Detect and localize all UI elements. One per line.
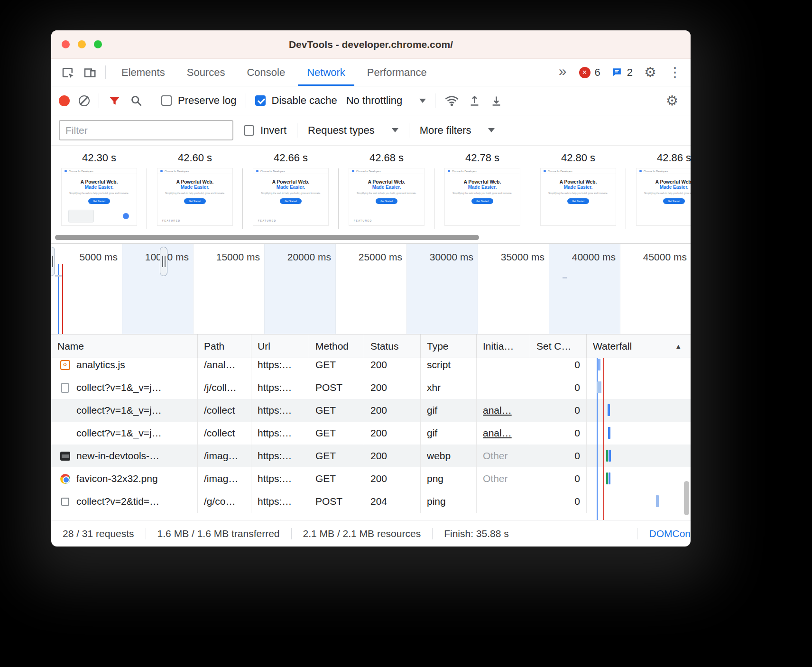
cell-waterfall xyxy=(587,445,691,467)
tab-network[interactable]: Network xyxy=(296,59,356,86)
table-row[interactable]: new-in-devtools-…/imag…https:…GET200webp… xyxy=(51,445,691,467)
timeline-overview[interactable]: 45000 ms40000 ms35000 ms30000 ms25000 ms… xyxy=(51,243,691,334)
horizontal-scrollbar-thumb[interactable] xyxy=(55,235,479,240)
tab-performance[interactable]: Performance xyxy=(356,59,438,86)
throttling-dropdown[interactable]: No throttling xyxy=(346,94,426,107)
filmstrip-frame[interactable]: 42.60 sChrome for DevelopersA Powerful W… xyxy=(147,146,243,231)
cell-method-value: POST xyxy=(315,496,342,507)
filmstrip-frame[interactable]: 42.86 sChrome for DevelopersA Powerful W… xyxy=(626,146,691,231)
cell-status-value: 200 xyxy=(370,382,387,393)
overview-column: 25000 ms xyxy=(336,244,407,334)
request-types-dropdown[interactable]: Request types xyxy=(308,124,398,137)
table-row[interactable]: collect?v=1&_v=j…/collecthttps:…GET200gi… xyxy=(51,422,691,445)
column-header-status[interactable]: Status xyxy=(364,334,421,358)
table-row[interactable]: analytics.js/anal…https:…GET200script0 xyxy=(51,358,691,376)
filmstrip-scrollbar xyxy=(51,231,691,243)
column-header-path[interactable]: Path xyxy=(198,334,251,358)
invert-checkbox[interactable] xyxy=(244,125,254,136)
disable-cache-checkbox[interactable] xyxy=(255,95,266,106)
cell-url: https:… xyxy=(251,467,309,490)
close-window-button[interactable] xyxy=(62,40,70,48)
filmstrip-frame[interactable]: 42.78 sChrome for DevelopersA Powerful W… xyxy=(434,146,530,231)
more-filters-dropdown[interactable]: More filters xyxy=(420,124,495,137)
cell-type-value: xhr xyxy=(427,382,441,393)
overview-left-handle[interactable] xyxy=(51,247,55,276)
toolbar-divider xyxy=(105,65,106,79)
cell-initiator[interactable]: anal… xyxy=(477,422,530,445)
filmstrip-frame[interactable]: 42.66 sChrome for DevelopersA Powerful W… xyxy=(243,146,339,231)
device-toolbar-button[interactable] xyxy=(79,59,101,86)
cell-type: gif xyxy=(421,422,477,445)
search-icon[interactable] xyxy=(130,94,143,107)
cell-waterfall xyxy=(587,490,691,513)
filmstrip-timestamp: 42.68 s xyxy=(339,152,434,164)
table-row[interactable]: collect?v=1&_v=j…/collecthttps:…GET200gi… xyxy=(51,399,691,422)
console-errors-badge[interactable]: ✕ 6 xyxy=(575,66,604,79)
set-cookies-value: 0 xyxy=(574,473,580,484)
overview-column: 30000 ms xyxy=(407,244,478,334)
site-name-label: Chrome for Developers xyxy=(356,170,381,173)
column-header-initia[interactable]: Initia… xyxy=(477,334,530,358)
column-header-url[interactable]: Url xyxy=(251,334,309,358)
settings-gear-icon[interactable]: ⚙ xyxy=(639,65,661,79)
filmstrip-frame[interactable]: 42.30 sChrome for DevelopersA Powerful W… xyxy=(51,146,147,231)
table-row[interactable]: collect?v=1&_v=j…/j/coll…https:…POST200x… xyxy=(51,376,691,399)
record-network-log-button[interactable] xyxy=(59,95,70,106)
tab-elements[interactable]: Elements xyxy=(111,59,176,86)
filmstrip-frame[interactable]: 42.80 sChrome for DevelopersA Powerful W… xyxy=(530,146,626,231)
cell-method: GET xyxy=(309,467,364,490)
overview-right-handle[interactable] xyxy=(160,247,167,276)
minimize-window-button[interactable] xyxy=(78,40,86,48)
filter-input[interactable] xyxy=(59,120,233,140)
request-name: collect?v=1&_v=j… xyxy=(76,382,162,393)
thumbnail-featured-label: FEATURED xyxy=(258,219,277,222)
cell-type-value: script xyxy=(427,359,451,371)
more-tabs-button[interactable]: » xyxy=(553,63,572,82)
preserve-log-toggle[interactable]: Preserve log xyxy=(161,94,237,107)
site-name-label: Chrome for Developers xyxy=(165,170,189,173)
column-header-setc[interactable]: Set C… xyxy=(530,334,587,358)
cell-path: /g/co… xyxy=(198,490,251,513)
table-row[interactable]: collect?v=2&tid=…/g/co…https:…POST204pin… xyxy=(51,490,691,513)
customize-menu-icon[interactable]: ⋮ xyxy=(664,65,686,79)
thumbnail-cta-button: Get Started xyxy=(663,198,685,204)
toolbar-divider xyxy=(297,123,297,138)
export-har-icon[interactable] xyxy=(490,94,503,107)
cell-name: analytics.js xyxy=(51,358,198,376)
cell-initiator[interactable]: anal… xyxy=(477,399,530,422)
thumbnail-headline-accent: Made Easier. xyxy=(62,185,137,190)
column-header-method[interactable]: Method xyxy=(309,334,364,358)
site-logo-dot xyxy=(256,170,258,172)
zoom-window-button[interactable] xyxy=(94,40,102,48)
initiator-value[interactable]: anal… xyxy=(483,405,512,416)
column-header-type[interactable]: Type xyxy=(421,334,477,358)
table-scrollbar[interactable] xyxy=(684,481,689,515)
column-header-name[interactable]: Name xyxy=(51,334,198,358)
filmstrip-timestamp: 42.86 s xyxy=(626,152,691,164)
inspect-element-button[interactable] xyxy=(57,59,79,86)
table-row[interactable]: favicon-32x32.png/imag…https:…GET200pngO… xyxy=(51,467,691,490)
filter-icon[interactable] xyxy=(108,94,121,107)
tab-console[interactable]: Console xyxy=(236,59,296,86)
filmstrip-timestamp: 42.80 s xyxy=(530,152,626,164)
tab-sources[interactable]: Sources xyxy=(176,59,236,86)
thumbnail-headline: A Powerful Web. xyxy=(637,179,691,185)
column-header-waterfall[interactable]: Waterfall▲ xyxy=(587,334,691,358)
thumbnail-site-bar: Chrome for Developers xyxy=(445,168,520,174)
clear-network-log-button[interactable] xyxy=(79,95,90,106)
invert-toggle[interactable]: Invert xyxy=(244,124,286,137)
issues-badge[interactable]: 2 xyxy=(607,66,637,79)
import-har-icon[interactable] xyxy=(468,94,481,107)
thumbnail-headline-accent: Made Easier. xyxy=(253,185,328,190)
cell-url: https:… xyxy=(251,490,309,513)
initiator-value[interactable]: anal… xyxy=(483,427,512,439)
network-settings-gear-icon[interactable]: ⚙ xyxy=(661,94,683,108)
cell-set-cookies: 0 xyxy=(530,358,587,376)
network-conditions-icon[interactable] xyxy=(444,94,459,107)
overview-tick-label: 30000 ms xyxy=(430,251,473,263)
disable-cache-toggle[interactable]: Disable cache xyxy=(255,94,337,107)
set-cookies-value: 0 xyxy=(574,427,580,439)
thumbnail-headline: A Powerful Web. xyxy=(157,179,232,185)
preserve-log-checkbox[interactable] xyxy=(161,95,172,106)
filmstrip-frame[interactable]: 42.68 sChrome for DevelopersA Powerful W… xyxy=(339,146,434,231)
